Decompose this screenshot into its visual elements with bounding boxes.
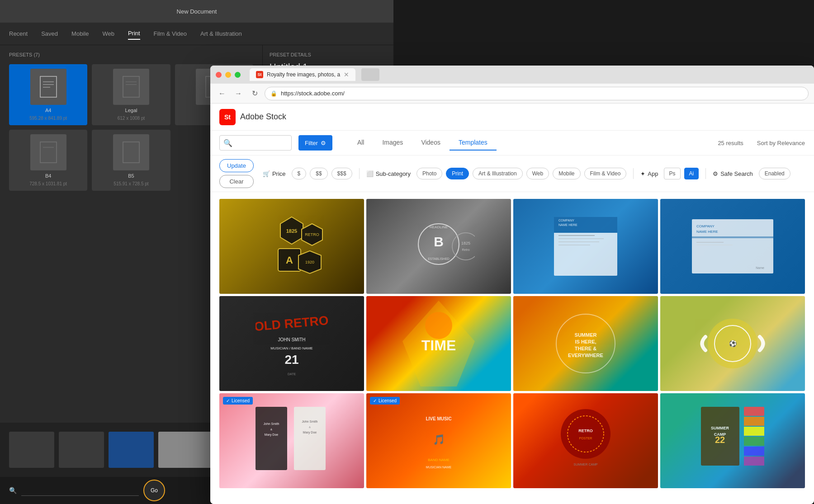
title-bar: New Document — [0, 0, 393, 23]
grid-item-6[interactable]: TIME — [366, 296, 511, 391]
sort-selector[interactable]: Sort by Relevance — [757, 140, 805, 146]
grid-item-1[interactable]: 1825 RETRO A 1920 — [219, 199, 364, 294]
window-maximize-button[interactable] — [235, 72, 241, 78]
svg-rect-61 — [294, 407, 326, 470]
grid-item-image-7: SUMMER IS HERE, THERE & EVERYWHERE — [513, 296, 658, 391]
app-ai[interactable]: Ai — [684, 168, 699, 179]
grid-overlay-12: SUMMER CAMP 22 — [660, 393, 805, 488]
tab-mobile[interactable]: Mobile — [71, 28, 89, 39]
cat-film[interactable]: Film & Video — [584, 168, 627, 179]
grid-item-7[interactable]: SUMMER IS HERE, THERE & EVERYWHERE — [513, 296, 658, 391]
cat-mobile[interactable]: Mobile — [553, 168, 580, 179]
clear-button[interactable]: Clear — [219, 175, 254, 188]
grid-item-3[interactable]: COMPANY NAME HERE — [513, 199, 658, 294]
svg-text:COMPANY: COMPANY — [696, 224, 715, 228]
tab-art[interactable]: Art & Illustration — [200, 28, 242, 39]
tab-images[interactable]: Images — [373, 135, 412, 151]
go-button[interactable]: Go — [143, 480, 165, 501]
grid-item-9[interactable]: John Smith & Mary Doe John Smith & Mary … — [219, 393, 364, 488]
preset-item-b5[interactable]: B5 515.91 x 728.5 pt — [92, 130, 170, 191]
filter-divider-1 — [359, 168, 360, 179]
svg-text:THERE &: THERE & — [575, 346, 596, 351]
preset-item-b4[interactable]: B4 728.5 x 1031.81 pt — [9, 130, 87, 191]
tab-videos[interactable]: Videos — [412, 135, 450, 151]
grid-item-2[interactable]: B HEADLINE ESTABLISHED 1825 Retro — [366, 199, 511, 294]
cat-web[interactable]: Web — [526, 168, 549, 179]
subcategory-filter: ⬜ Sub-category Photo Print Art & Illustr… — [366, 168, 627, 179]
stock-logo: St Adobe Stock — [219, 109, 286, 125]
window-close-button[interactable] — [216, 72, 222, 78]
preset-size-legal: 612 x 1008 pt — [118, 116, 145, 121]
price-filter: 🛒 Price $ $$ $$$ — [263, 168, 352, 179]
safe-search-chip[interactable]: Enabled — [759, 168, 790, 179]
search-filter-area: 🔍 Filter ⚙ All Images Videos Templates 2… — [210, 131, 814, 155]
grid-item-10[interactable]: LIVE MUSIC 🎵 BAND NAME MUSICIAN NAME ✓ L… — [366, 393, 511, 488]
svg-text:HEADLINE: HEADLINE — [430, 225, 448, 229]
cat-print[interactable]: Print — [446, 168, 469, 179]
svg-rect-30 — [558, 235, 595, 236]
filter-icon: ⚙ — [321, 140, 326, 146]
recent-thumb-2[interactable] — [59, 432, 104, 468]
window-minimize-button[interactable] — [225, 72, 231, 78]
url-text: https://stock.adobe.com/ — [281, 90, 803, 97]
grid-item-5[interactable]: OLD RETRO JOHN SMITH MUSICIAN / BAND NAM… — [219, 296, 364, 391]
app-ps[interactable]: Ps — [664, 168, 680, 179]
cat-photo[interactable]: Photo — [416, 168, 442, 179]
svg-text:B: B — [434, 234, 444, 249]
tab-all[interactable]: All — [348, 135, 374, 151]
new-tab-button[interactable] — [361, 68, 379, 81]
preset-item-a4[interactable]: A4 595.28 x 841.89 pt — [9, 64, 87, 125]
browser-toolbar: ← → ↻ 🔒 https://stock.adobe.com/ — [210, 84, 814, 104]
svg-point-69 — [561, 409, 610, 459]
tab-saved[interactable]: Saved — [41, 28, 58, 39]
update-button[interactable]: Update — [219, 159, 254, 172]
browser-tab[interactable]: St Royalty free images, photos, a ✕ — [250, 68, 355, 81]
stock-header: St Adobe Stock — [210, 104, 814, 131]
price-chip-2[interactable]: $$ — [310, 168, 327, 179]
address-bar[interactable]: 🔒 https://stock.adobe.com/ — [265, 87, 809, 100]
tab-web[interactable]: Web — [102, 28, 114, 39]
grid-item-image-3: COMPANY NAME HERE — [513, 199, 658, 294]
recent-thumb-3[interactable] — [109, 432, 154, 468]
svg-rect-8 — [40, 142, 57, 163]
price-chip-1[interactable]: $ — [292, 168, 307, 179]
price-label: 🛒 Price — [263, 170, 286, 177]
tab-print[interactable]: Print — [128, 28, 140, 40]
grid-item-image-8: ⚽ — [660, 296, 805, 391]
svg-text:JOHN SMITH: JOHN SMITH — [278, 337, 305, 342]
recent-thumb-4[interactable] — [158, 432, 213, 468]
svg-rect-80 — [744, 417, 764, 426]
cat-art[interactable]: Art & Illustration — [473, 168, 523, 179]
preset-icon-b5 — [113, 134, 149, 170]
svg-text:⚽: ⚽ — [729, 340, 737, 348]
grid-item-12[interactable]: SUMMER CAMP 22 — [660, 393, 805, 488]
tab-templates[interactable]: Templates — [450, 135, 497, 151]
tab-close-button[interactable]: ✕ — [344, 71, 349, 78]
grid-item-4[interactable]: COMPANY NAME HERE Name — [660, 199, 805, 294]
back-button[interactable]: ← — [216, 87, 228, 100]
price-chip-3[interactable]: $$$ — [331, 168, 352, 179]
filter-button[interactable]: Filter ⚙ — [298, 135, 332, 151]
grid-item-11[interactable]: RETRO POSTER SUMMER CAMP — [513, 393, 658, 488]
tab-film-video[interactable]: Film & Video — [154, 28, 187, 39]
stock-search-box[interactable]: 🔍 — [219, 135, 292, 151]
svg-text:John Smith: John Smith — [263, 422, 279, 425]
stock-search-input[interactable] — [235, 140, 288, 146]
svg-text:SUMMER CAMP: SUMMER CAMP — [573, 463, 598, 466]
grid-item-image-9: John Smith & Mary Doe John Smith & Mary … — [219, 393, 364, 488]
licensed-text-2: Licensed — [379, 398, 397, 403]
tab-recent[interactable]: Recent — [9, 28, 28, 39]
recent-thumb-1[interactable] — [9, 432, 54, 468]
search-input[interactable] — [21, 485, 139, 496]
stock-logo-text: Adobe Stock — [240, 112, 286, 122]
svg-rect-57 — [256, 407, 287, 470]
svg-text:BAND NAME: BAND NAME — [428, 458, 450, 462]
preset-item-legal[interactable]: Legal 612 x 1008 pt — [92, 64, 170, 125]
svg-text:OLD RETRO: OLD RETRO — [256, 313, 328, 334]
refresh-button[interactable]: ↻ — [248, 87, 261, 100]
preset-icon-legal — [113, 69, 149, 105]
forward-button[interactable]: → — [232, 87, 245, 100]
preset-name-legal: Legal — [125, 108, 137, 113]
svg-text:Retro: Retro — [462, 248, 469, 251]
grid-item-8[interactable]: ⚽ — [660, 296, 805, 391]
